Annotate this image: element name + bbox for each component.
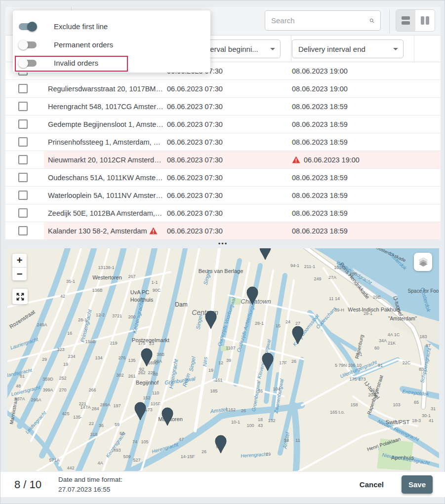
date-format-value: 27.07.2023 16:55 bbox=[58, 485, 122, 495]
map-house-number: 105 bbox=[141, 439, 148, 444]
fullscreen-button[interactable] bbox=[12, 289, 28, 304]
map-house-number: 16 bbox=[67, 331, 72, 336]
map-house-number: 41 bbox=[429, 418, 434, 423]
map-house-number: 135- bbox=[73, 415, 82, 420]
map-house-number: 81 bbox=[20, 374, 25, 379]
map-house-number: 4A bbox=[97, 461, 103, 465]
map-house-number: 198B bbox=[85, 339, 95, 344]
footer: 8 / 10 Date and time format: 27.07.2023 … bbox=[0, 472, 445, 497]
map-house-number: 10-1 bbox=[231, 420, 240, 425]
row-interval-end: 08.06.2023 18:59 bbox=[292, 103, 348, 111]
map-house-number: 11 14 bbox=[329, 296, 340, 301]
fullscreen-icon bbox=[16, 292, 25, 301]
view-mode-toggle bbox=[396, 9, 435, 32]
map-house-number: 173 bbox=[145, 407, 152, 412]
search-input[interactable] bbox=[271, 16, 369, 25]
map-house-number: 165 t.o. bbox=[330, 410, 345, 415]
chevron-down-icon bbox=[270, 48, 275, 50]
cancel-button[interactable]: Cancel bbox=[360, 480, 384, 489]
row-address: Herengracht 548, 1017CG Amsterd... bbox=[48, 103, 163, 111]
table-map-splitter[interactable]: ••• bbox=[0, 239, 445, 248]
map-house-number: 261 bbox=[128, 374, 135, 379]
map-canvas: CentrumChinatownBeurs van BerlageDamUvA … bbox=[7, 248, 439, 471]
map-house-number: 185 bbox=[210, 388, 217, 393]
row-checkbox[interactable] bbox=[18, 191, 28, 200]
row-checkbox[interactable] bbox=[18, 208, 28, 218]
row-address: Gedempte Begijnensloot 1, Amster... bbox=[48, 120, 163, 128]
row-interval-begin: 06.06.2023 07:30 bbox=[167, 227, 223, 235]
row-interval-end: 08.06.2023 18:59 bbox=[292, 120, 348, 128]
map-zoom-control: + − bbox=[12, 254, 27, 280]
row-interval-end: 08.06.2023 18:59 bbox=[292, 138, 348, 146]
map-house-number: 234 bbox=[68, 354, 75, 359]
map-house-number: 318 bbox=[90, 432, 97, 437]
row-checkbox[interactable] bbox=[18, 137, 28, 147]
view-rows-button[interactable] bbox=[396, 10, 415, 31]
toggle-row-invalid-orders: Invalid orders bbox=[13, 54, 210, 72]
row-checkbox[interactable] bbox=[18, 102, 28, 111]
map[interactable]: CentrumChinatownBeurs van BerlageDamUvA … bbox=[7, 248, 439, 471]
row-address: Oudeschans 51A, 1011KW Amster... bbox=[48, 174, 163, 182]
map-house-number: 17F bbox=[279, 360, 287, 365]
map-house-number: 103 bbox=[393, 402, 400, 407]
row-checkbox[interactable] bbox=[18, 226, 28, 235]
map-house-number: 399A bbox=[42, 388, 53, 392]
warning-icon bbox=[292, 156, 300, 163]
map-house-number: 21K bbox=[388, 341, 396, 346]
view-columns-button[interactable] bbox=[415, 10, 435, 31]
map-house-number: 94-1 bbox=[290, 263, 299, 268]
map-house-number: 135 bbox=[128, 358, 135, 363]
map-house-number: 39-H bbox=[334, 308, 344, 312]
map-house-number: 527 bbox=[133, 458, 140, 463]
save-button[interactable]: Save bbox=[402, 475, 433, 494]
map-house-number: 18 bbox=[258, 417, 263, 422]
row-interval-end: 08.06.2023 19:00 bbox=[292, 67, 348, 75]
chevron-down-icon bbox=[393, 48, 398, 50]
row-checkbox[interactable] bbox=[18, 173, 28, 182]
map-house-number: 59 bbox=[115, 422, 120, 427]
row-interval-begin: 06.06.2023 07:30 bbox=[167, 103, 223, 111]
map-house-number: 359D bbox=[42, 377, 53, 382]
row-checkbox[interactable] bbox=[18, 84, 28, 93]
zoom-in-button[interactable]: + bbox=[12, 254, 27, 267]
map-house-number: 22C bbox=[403, 360, 411, 365]
map-house-number: 16 bbox=[258, 388, 263, 393]
map-layers-button[interactable] bbox=[414, 253, 432, 271]
map-house-number: 284 bbox=[91, 406, 99, 411]
map-house-number: 323 bbox=[57, 347, 64, 352]
search-icon[interactable] bbox=[369, 16, 374, 25]
row-interval-end: 08.06.2023 18:59 bbox=[292, 227, 348, 235]
permanent-orders-toggle[interactable] bbox=[19, 41, 37, 48]
row-interval-end: 08.06.2023 18:59 bbox=[292, 209, 348, 217]
map-house-number: 48 bbox=[16, 384, 21, 388]
drag-handle-icon[interactable]: ••• bbox=[218, 242, 228, 245]
rows-icon bbox=[402, 16, 410, 20]
row-interval-begin: 06.06.2023 07:30 bbox=[167, 209, 223, 217]
map-house-number: 175 bbox=[349, 377, 357, 382]
map-house-number: 425 bbox=[62, 411, 69, 416]
exclude-first-line-toggle[interactable] bbox=[19, 23, 37, 30]
date-format-info: Date and time format: 27.07.2023 16:55 bbox=[58, 475, 122, 495]
zoom-out-button[interactable]: − bbox=[12, 267, 27, 280]
column-select-interval-end[interactable]: Delivery interval end bbox=[292, 39, 404, 58]
map-house-number: 87 bbox=[426, 343, 431, 348]
map-house-number: 276 bbox=[118, 355, 125, 360]
row-interval-begin: 06.06.2023 07:30 bbox=[167, 174, 223, 182]
map-house-number: 267 bbox=[128, 274, 135, 279]
map-house-number: 14-15F bbox=[181, 454, 195, 459]
map-house-number: 266 bbox=[88, 388, 96, 392]
table-body: 06.06.2023 07:30 08.06.2023 19:00 Reguli… bbox=[5, 62, 441, 240]
map-house-number: 39 bbox=[226, 358, 231, 363]
map-house-number: 35-1 bbox=[66, 279, 75, 284]
map-house-number: 437A bbox=[14, 396, 25, 401]
map-house-number: 5162 bbox=[226, 407, 236, 412]
map-house-number: 136B bbox=[92, 288, 102, 293]
row-checkbox[interactable] bbox=[18, 155, 28, 164]
map-house-number: 1-1 bbox=[151, 280, 158, 285]
map-house-number: 249A bbox=[37, 322, 47, 327]
map-house-number: 110 bbox=[152, 390, 159, 395]
map-house-number: 29 bbox=[42, 357, 47, 362]
row-checkbox[interactable] bbox=[18, 119, 28, 129]
invalid-orders-toggle[interactable] bbox=[19, 60, 37, 67]
table-row: Prinsenhofssteeg 1, Amsterdam, N... 06.0… bbox=[5, 133, 441, 151]
